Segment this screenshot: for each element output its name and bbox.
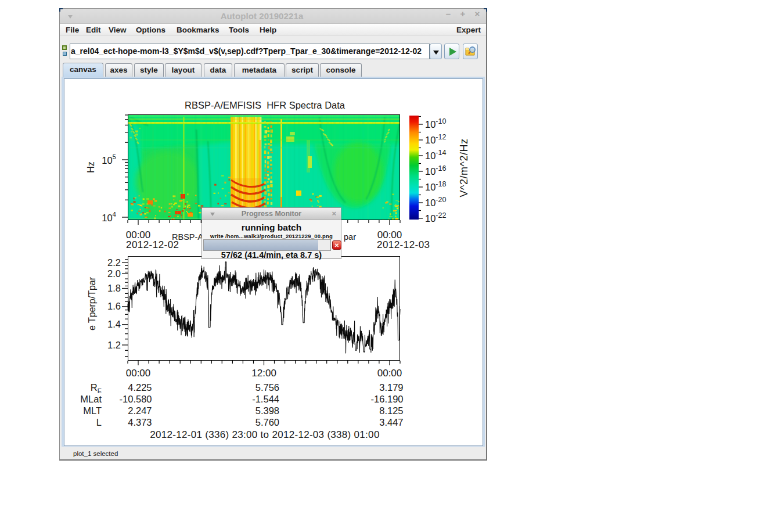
svg-text:10-18: 10-18 [425, 180, 446, 193]
svg-text:2.0: 2.0 [107, 268, 121, 279]
svg-text:MLT: MLT [83, 405, 102, 416]
svg-text:10-16: 10-16 [425, 164, 446, 177]
svg-text:105: 105 [102, 153, 116, 166]
svg-text:5.398: 5.398 [255, 405, 279, 416]
svg-text:-10.580: -10.580 [120, 394, 152, 404]
svg-text:12:00: 12:00 [251, 368, 276, 379]
svg-text:Hz: Hz [86, 161, 96, 173]
svg-text:4.225: 4.225 [128, 382, 152, 393]
svg-text:e Tperp/Tpar: e Tperp/Tpar [87, 276, 97, 330]
svg-text:00:00: 00:00 [377, 368, 402, 379]
svg-text:RBSP-A: RBSP-A [172, 232, 203, 242]
svg-text:10-10: 10-10 [425, 117, 446, 130]
svg-text:4.373: 4.373 [128, 417, 152, 427]
svg-text:par: par [344, 232, 356, 242]
svg-text:RE: RE [91, 382, 102, 394]
svg-text:104: 104 [102, 211, 116, 223]
svg-text:1.2: 1.2 [107, 340, 121, 350]
svg-text:10-22: 10-22 [425, 211, 446, 224]
svg-text:1.4: 1.4 [107, 319, 121, 329]
svg-text:3.179: 3.179 [379, 382, 403, 393]
svg-text:2.2: 2.2 [107, 257, 121, 268]
svg-text:10-20: 10-20 [425, 196, 446, 209]
svg-text:5.756: 5.756 [255, 382, 279, 393]
svg-text:3.447: 3.447 [379, 417, 403, 427]
svg-text:V^2/m^2/Hz: V^2/m^2/Hz [458, 139, 470, 197]
svg-text:2012-12-01 (336) 23:00 to 2012: 2012-12-01 (336) 23:00 to 2012-12-03 (33… [150, 429, 379, 440]
svg-text:-1.544: -1.544 [252, 394, 279, 404]
svg-text:2012-12-03: 2012-12-03 [377, 239, 430, 250]
svg-text:L: L [96, 417, 102, 427]
svg-text:00:00: 00:00 [126, 368, 151, 379]
svg-text:MLat: MLat [80, 394, 102, 404]
svg-text:-16.190: -16.190 [371, 394, 404, 404]
svg-text:8.125: 8.125 [379, 405, 403, 416]
svg-text:1.8: 1.8 [107, 283, 121, 293]
svg-text:2.247: 2.247 [128, 405, 152, 416]
svg-text:10-12: 10-12 [425, 133, 446, 146]
svg-text:1.6: 1.6 [107, 301, 121, 311]
svg-text:2012-12-02: 2012-12-02 [126, 239, 179, 250]
svg-text:5.760: 5.760 [255, 417, 279, 427]
svg-text:RBSP-A/EMFISIS HFR Spectra Da: RBSP-A/EMFISIS HFR Spectra Data [185, 100, 345, 110]
svg-text:10-14: 10-14 [425, 149, 446, 161]
